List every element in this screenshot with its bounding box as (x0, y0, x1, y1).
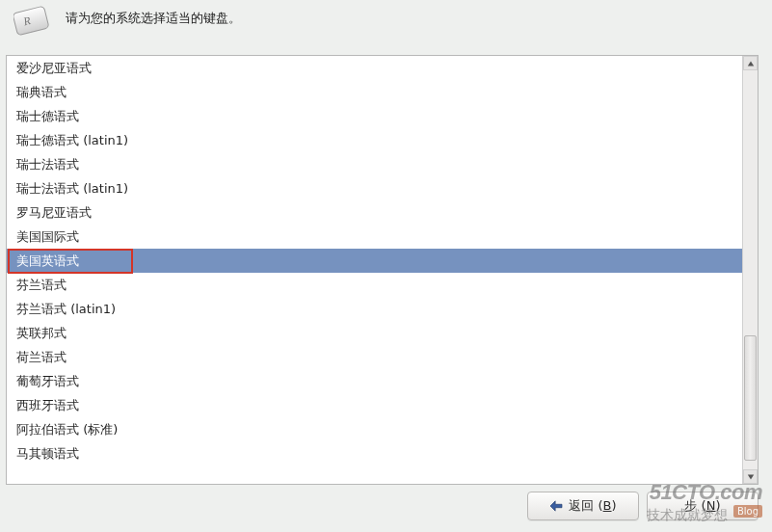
list-item[interactable]: 荷兰语式 (7, 345, 742, 369)
back-button[interactable]: 返回 (B) (527, 492, 639, 520)
scroll-up-button[interactable] (743, 56, 758, 70)
list-item[interactable]: 阿拉伯语式 (标准) (7, 417, 742, 441)
list-item[interactable]: 芬兰语式 (7, 273, 742, 297)
list-item[interactable]: 芬兰语式 (latin1) (7, 297, 742, 321)
list-item[interactable]: 英联邦式 (7, 321, 742, 345)
back-button-label: 返回 (B) (569, 497, 616, 515)
next-button[interactable]: 步 (N) (647, 492, 759, 520)
next-button-label: 步 (N) (684, 497, 720, 515)
prompt-text: 请为您的系统选择适当的键盘。 (66, 6, 241, 27)
list-item[interactable]: 罗马尼亚语式 (7, 200, 742, 225)
list-item[interactable]: 西班牙语式 (7, 393, 742, 417)
scroll-thumb[interactable] (744, 335, 757, 461)
list-item[interactable]: 瑞士法语式 (7, 152, 742, 176)
scroll-down-button[interactable] (743, 469, 758, 484)
list-item[interactable]: 美国国际式 (7, 225, 742, 249)
list-item[interactable]: 瑞士法语式 (latin1) (7, 176, 742, 200)
list-item[interactable]: 爱沙尼亚语式 (7, 56, 742, 80)
list-item[interactable]: 瑞士德语式 (latin1) (7, 128, 742, 152)
list-item[interactable]: 瑞士德语式 (7, 104, 742, 128)
list-item[interactable]: 马其顿语式 (7, 441, 742, 466)
arrow-left-icon (549, 500, 563, 512)
svg-rect-0 (13, 6, 49, 36)
header: R 请为您的系统选择适当的键盘。 (0, 0, 772, 48)
keyboard-icon: R (13, 6, 52, 39)
list-item[interactable]: 瑞典语式 (7, 80, 742, 104)
scrollbar-vertical[interactable] (742, 56, 758, 484)
wizard-button-bar: 返回 (B) 步 (N) (527, 492, 759, 520)
keyboard-list-frame: 爱沙尼亚语式瑞典语式瑞士德语式瑞士德语式 (latin1)瑞士法语式瑞士法语式 … (6, 55, 759, 485)
list-item[interactable]: 葡萄牙语式 (7, 369, 742, 393)
list-item[interactable]: 美国英语式 (7, 249, 742, 273)
keyboard-list[interactable]: 爱沙尼亚语式瑞典语式瑞士德语式瑞士德语式 (latin1)瑞士法语式瑞士法语式 … (7, 56, 742, 484)
